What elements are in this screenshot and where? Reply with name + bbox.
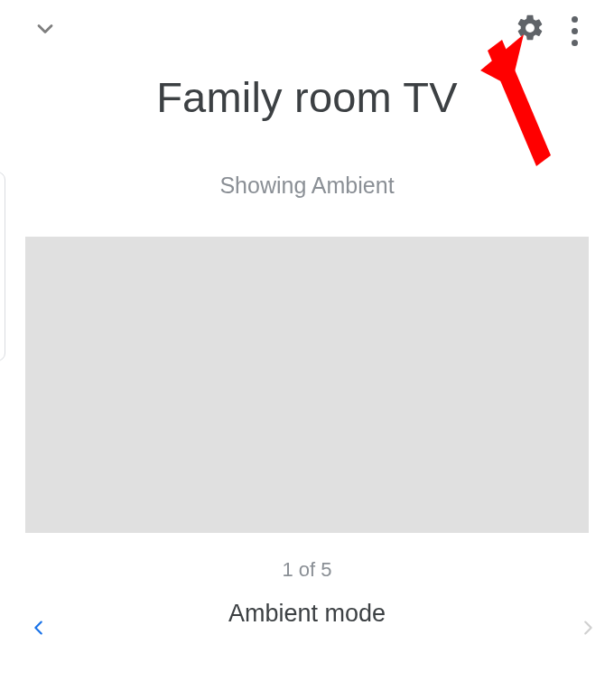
ambient-preview-image[interactable] [25, 237, 589, 533]
page-title: Family room TV [0, 72, 614, 122]
page-indicator: 1 of 5 [0, 558, 614, 582]
settings-gear-icon[interactable] [515, 13, 545, 43]
status-subtitle: Showing Ambient [0, 173, 614, 199]
edge-handle [0, 172, 5, 361]
carousel-row: Ambient mode [0, 600, 614, 654]
carousel-next-icon[interactable] [578, 614, 598, 641]
carousel-prev-icon[interactable] [29, 614, 49, 641]
overflow-menu-icon[interactable] [563, 11, 585, 51]
carousel-title: Ambient mode [0, 600, 614, 628]
chevron-down-icon[interactable] [33, 16, 58, 42]
